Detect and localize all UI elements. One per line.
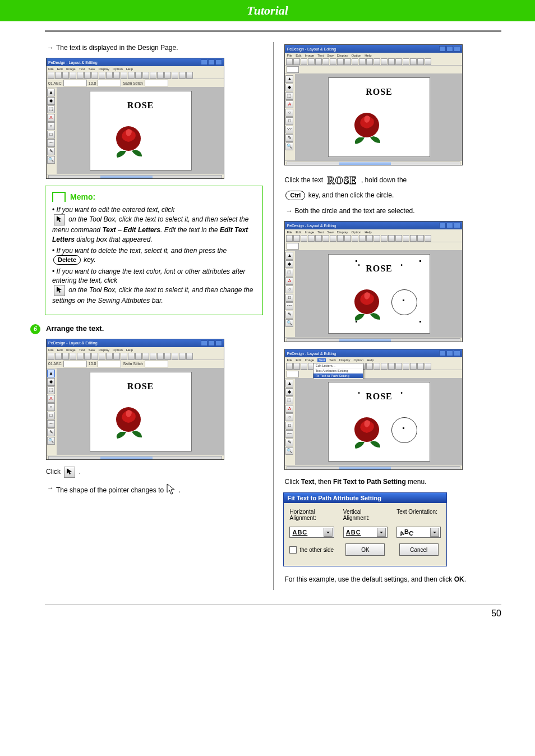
h-align-label: Horizontal Alignment: xyxy=(289,509,334,521)
ss4-rose-text: ROSE xyxy=(366,264,393,274)
ss4-attrbar xyxy=(285,242,462,251)
window-controls-icon xyxy=(439,351,460,356)
rose-outline-text-icon: ROSE xyxy=(328,172,357,190)
screenshot-design-page-2: PeDesign - Layout & Editing FileEdit Ima… xyxy=(46,339,224,460)
window-controls-icon xyxy=(439,46,460,52)
page-number: 50 xyxy=(45,609,501,619)
ss3-toolbox: ▲◆⬚ A○□ 〰✎🔍 xyxy=(285,74,296,160)
ss1-toolbar xyxy=(47,72,224,79)
both-selected-line: → Both the circle and the text are selec… xyxy=(285,206,501,215)
pointer-tool-icon xyxy=(54,285,65,296)
abc-arc-icon: ABC xyxy=(399,529,414,536)
fit-text-dialog: Fit Text to Path Attribute Setting Horiz… xyxy=(283,492,447,566)
ss5-toolbox: ▲◆⬚ A○□ 〰✎🔍 xyxy=(285,379,296,465)
click-text-menu-line: Click Text, then Fit Text to Path Settin… xyxy=(284,477,501,487)
window-controls-icon xyxy=(201,340,222,346)
ss3-toolbar xyxy=(285,58,462,66)
circle-path-icon xyxy=(391,417,417,443)
footer-rule xyxy=(45,605,501,605)
ss1-toolbox: ▲◆⬚ A○□ 〰✎🔍 xyxy=(47,87,57,174)
checkbox-icon xyxy=(289,546,297,554)
chevron-down-icon xyxy=(324,528,333,537)
step-6-heading: 6 Arrange the text. xyxy=(30,324,263,334)
rose-image-icon xyxy=(348,109,387,146)
pointer-change-line: → The shape of the pointer changes to . xyxy=(47,483,263,498)
ss5-menubar: FileEditImageTextSewDisplayOptionHelp xyxy=(285,357,462,363)
pointer-tool-icon xyxy=(64,467,75,478)
orient-label: Text Orientation: xyxy=(396,509,441,515)
ss2-rose-text: ROSE xyxy=(127,381,154,391)
rose-image-icon xyxy=(109,123,149,160)
memo-title: Memo: xyxy=(70,192,95,201)
intro-arrow-line: → The text is displayed in the Design Pa… xyxy=(47,43,263,52)
intro-arrow-text: The text is displayed in the Design Page… xyxy=(56,43,178,52)
ss4-wintitle: PeDesign - Layout & Editing xyxy=(287,224,336,228)
ss1-rose-text: ROSE xyxy=(127,100,154,110)
ss2-attrbar: 01 ABC10.0Satin Stitch xyxy=(47,360,224,368)
ss1-attrbar: 01 ABC10.0Satin Stitch xyxy=(47,79,224,87)
click-pointer-line: Click . xyxy=(46,467,263,478)
rose-image-icon xyxy=(348,286,387,323)
chevron-down-icon xyxy=(430,528,439,537)
ok-button[interactable]: OK xyxy=(345,543,385,556)
step-6-text: Arrange the text. xyxy=(46,324,104,333)
screenshot-design-page-1: PeDesign - Layout & Editing FileEdit Ima… xyxy=(46,58,224,179)
ctrl-key-icon: Ctrl xyxy=(285,191,305,200)
ss5-toolbar xyxy=(285,363,462,370)
rose-image-icon xyxy=(109,404,149,441)
delete-key-icon: Delete xyxy=(53,255,81,265)
ss2-wintitle: PeDesign - Layout & Editing xyxy=(48,341,98,345)
dialog-title: Fit Text to Path Attribute Setting xyxy=(284,493,446,503)
window-controls-icon xyxy=(201,59,222,65)
ss3-attrbar xyxy=(285,66,462,74)
window-controls-icon xyxy=(439,223,460,228)
arrow-icon: → xyxy=(47,483,54,492)
v-align-label: Vertical Alignment: xyxy=(343,509,388,521)
v-align-select[interactable]: ABC xyxy=(343,527,388,538)
circle-path-icon xyxy=(391,289,417,315)
ss1-menubar: FileEdit ImageText SewDisplay OptionHelp xyxy=(47,66,224,72)
ss3-rose-text: ROSE xyxy=(366,87,393,97)
column-separator xyxy=(273,42,274,590)
right-column: PeDesign - Layout & Editing FileEditImag… xyxy=(283,42,501,590)
ss5-rose-text: ROSE xyxy=(366,391,393,402)
cursor-arrow-icon xyxy=(165,483,177,498)
cancel-button[interactable]: Cancel xyxy=(399,543,439,556)
tutorial-header: Tutorial xyxy=(0,0,535,21)
ss5-wintitle: PeDesign - Layout & Editing xyxy=(287,352,336,356)
step-badge-6: 6 xyxy=(30,324,40,334)
memo-item-1: • If you want to edit the entered text, … xyxy=(52,205,256,244)
ss2-menubar: FileEdit ImageText SewDisplay OptionHelp xyxy=(47,347,224,353)
ss3-menubar: FileEditImageTextSewDisplayOptionHelp xyxy=(285,53,462,58)
ss4-toolbar xyxy=(285,235,462,242)
screenshot-design-page-3: PeDesign - Layout & Editing FileEditImag… xyxy=(284,44,463,165)
orient-select[interactable]: ABC xyxy=(396,527,441,538)
chevron-down-icon xyxy=(377,528,386,537)
h-align-select[interactable]: ABC xyxy=(289,527,334,538)
ss3-wintitle: PeDesign - Layout & Editing xyxy=(287,47,336,51)
screenshot-design-page-5: PeDesign - Layout & Editing FileEditImag… xyxy=(284,349,463,470)
ss1-wintitle: PeDesign - Layout & Editing xyxy=(48,61,98,64)
memo-item-3: • If you want to change the text color, … xyxy=(52,267,256,306)
memo-icon xyxy=(52,192,66,202)
memo-box: Memo: • If you want to edit the entered … xyxy=(45,186,263,315)
arrow-icon: → xyxy=(47,43,54,52)
screenshot-design-page-4: PeDesign - Layout & Editing FileEditImag… xyxy=(284,221,463,342)
pointer-tool-icon xyxy=(54,214,65,225)
rose-image-icon xyxy=(348,414,387,451)
click-rose-line: Click the text ROSE , hold down the Ctrl… xyxy=(284,172,501,201)
arrow-icon: → xyxy=(285,206,292,215)
ss2-toolbar xyxy=(47,353,224,360)
ss4-menubar: FileEditImageTextSewDisplayOptionHelp xyxy=(285,229,462,235)
ss2-toolbox: ▲◆⬚ A○□ 〰✎🔍 xyxy=(47,368,57,455)
ss4-toolbox: ▲◆⬚ A○□ 〰✎🔍 xyxy=(285,251,296,337)
memo-item-2: • If you want to delete the text, select… xyxy=(52,246,256,265)
ss5-attrbar xyxy=(285,370,462,379)
left-column: → The text is displayed in the Design Pa… xyxy=(45,42,263,590)
example-line: For this example, use the default settin… xyxy=(284,574,501,584)
other-side-checkbox[interactable]: the other side xyxy=(289,546,334,554)
top-rule xyxy=(45,30,501,32)
